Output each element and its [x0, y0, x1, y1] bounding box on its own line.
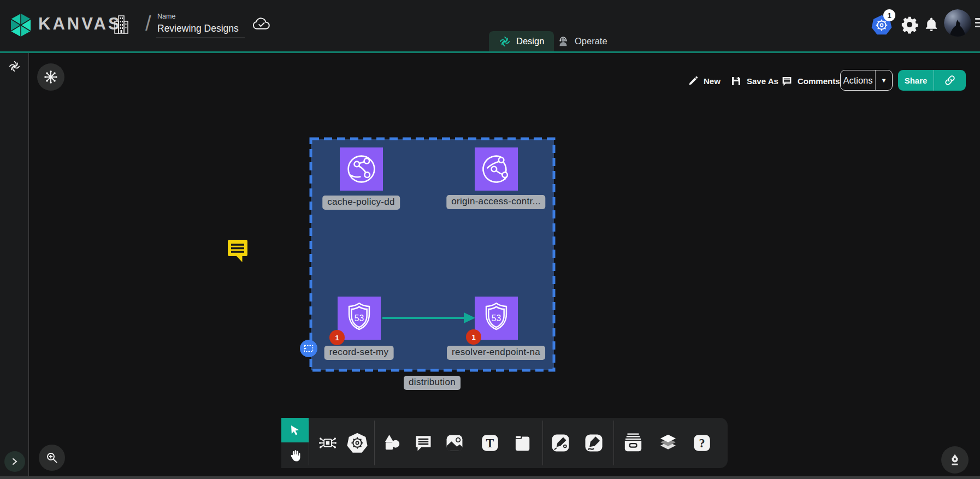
- comment-bubble-icon: [414, 433, 433, 453]
- actions-dropdown-button[interactable]: Actions ▼: [840, 70, 893, 91]
- dashed-rect-icon: [304, 345, 314, 352]
- kubernetes-wheel-icon: [345, 431, 369, 455]
- freehand-draw-tool-button[interactable]: [583, 432, 605, 454]
- tab-design-label: Design: [516, 36, 544, 46]
- user-avatar[interactable]: [944, 9, 971, 37]
- node-record-set[interactable]: 53: [338, 297, 381, 340]
- text-tool-icon: T: [480, 433, 500, 453]
- window-bottom-edge: [0, 476, 980, 479]
- shapes-tool-button[interactable]: [381, 432, 403, 454]
- node-badge-record-set[interactable]: 1: [329, 330, 345, 345]
- settings-gear-icon[interactable]: [900, 15, 919, 34]
- comments-bubble-icon: [781, 75, 793, 87]
- pen-nib-icon: [948, 453, 962, 467]
- help-icon: ?: [692, 433, 712, 453]
- cursor-arrow-icon: [288, 424, 302, 437]
- hand-icon: [288, 448, 302, 463]
- share-button[interactable]: Share: [898, 70, 966, 91]
- comment-tool-button[interactable]: [414, 433, 433, 453]
- left-sidebar: [0, 53, 29, 479]
- kubernetes-tool-button[interactable]: [345, 431, 369, 455]
- drawer-icon: [622, 431, 645, 454]
- toolbar-divider: [309, 421, 309, 465]
- help-button[interactable]: ?: [692, 433, 712, 453]
- kanvas-logo-icon[interactable]: [8, 12, 34, 38]
- group-label-distribution[interactable]: distribution: [404, 376, 461, 390]
- toolbar-divider: [542, 421, 543, 465]
- node-label-record-set[interactable]: record-set-my: [324, 346, 394, 360]
- text-tool-button[interactable]: T: [480, 433, 500, 453]
- tab-design[interactable]: Design: [489, 31, 554, 51]
- new-button[interactable]: New: [687, 73, 721, 89]
- select-tool-button[interactable]: [281, 418, 309, 442]
- svg-text:T: T: [486, 436, 494, 450]
- node-badge-resolver-endpoint[interactable]: 1: [466, 329, 481, 345]
- route53-shield-icon: 53: [475, 297, 518, 340]
- image-icon: [444, 432, 465, 454]
- canvas-comment-pin[interactable]: [225, 238, 250, 264]
- image-tool-button[interactable]: [444, 432, 465, 454]
- logo-wordmark: KANVAS: [38, 14, 122, 34]
- design-name-input[interactable]: [156, 22, 245, 38]
- design-spiral-icon: [499, 36, 511, 48]
- actions-caret-icon[interactable]: ▼: [876, 77, 892, 84]
- pen-path-icon: [550, 432, 571, 454]
- operator-headset-icon: [557, 36, 569, 48]
- node-origin-access-control[interactable]: [475, 147, 518, 191]
- sticky-note-icon: [511, 433, 532, 453]
- node-cache-policy[interactable]: [340, 147, 383, 191]
- snowflake-icon: [44, 70, 58, 84]
- save-floppy-icon: [730, 75, 742, 87]
- canvas-loader-button[interactable]: [37, 63, 64, 91]
- svg-text:53: 53: [492, 314, 501, 323]
- comments-label: Comments: [798, 76, 840, 86]
- drawer-tool-button[interactable]: [622, 431, 645, 454]
- design-name-label: Name: [157, 13, 175, 20]
- cloudfront-origin-access-icon: [475, 147, 518, 191]
- expand-sidebar-button[interactable]: [4, 451, 25, 472]
- cloud-saved-icon: [252, 15, 271, 32]
- magnifier-plus-icon: [45, 451, 59, 465]
- svg-text:53: 53: [355, 314, 364, 323]
- share-label: Share: [898, 76, 934, 85]
- pencil-scribble-icon: [583, 432, 605, 454]
- link-icon: [944, 74, 956, 86]
- pan-tool-button[interactable]: [281, 442, 309, 468]
- node-label-cache-policy[interactable]: cache-policy-dd: [322, 196, 400, 210]
- hamburger-menu-icon[interactable]: [975, 18, 980, 30]
- node-label-origin-access-control[interactable]: origin-access-contr...: [446, 195, 545, 209]
- pen-path-tool-button[interactable]: [550, 432, 571, 454]
- new-label: New: [704, 76, 721, 86]
- cloudfront-cache-policy-icon: [340, 147, 383, 191]
- node-resolver-endpoint[interactable]: 53: [475, 297, 518, 340]
- pen-mode-button[interactable]: [941, 446, 969, 474]
- breadcrumb-separator: /: [145, 12, 151, 36]
- svg-text:?: ?: [699, 436, 705, 450]
- layers-tool-button[interactable]: [657, 431, 680, 454]
- bottom-toolbar: T: [281, 418, 728, 468]
- new-pencil-icon: [687, 75, 699, 87]
- organization-icon[interactable]: [113, 14, 130, 35]
- chip-icon: [317, 433, 338, 453]
- component-tool-button[interactable]: [317, 433, 338, 453]
- chevron-right-icon: [10, 457, 19, 466]
- node-label-resolver-endpoint[interactable]: resolver-endpoint-na: [447, 346, 545, 360]
- comments-button[interactable]: Comments: [781, 73, 840, 89]
- group-drag-handle[interactable]: [300, 340, 317, 357]
- sticky-note-tool-button[interactable]: [511, 433, 532, 453]
- shapes-icon: [381, 432, 403, 454]
- header-accent-line: [0, 51, 980, 53]
- save-as-label: Save As: [747, 76, 778, 86]
- tab-operate-label: Operate: [575, 36, 607, 46]
- edge-record-to-resolver[interactable]: [381, 309, 477, 327]
- header: KANVAS / Name: [0, 0, 980, 51]
- save-as-button[interactable]: Save As: [730, 73, 778, 89]
- tab-operate[interactable]: Operate: [547, 31, 617, 51]
- copy-link-button[interactable]: [934, 74, 966, 86]
- notifications-bell-icon[interactable]: [923, 15, 940, 34]
- zoom-in-button[interactable]: [39, 445, 65, 471]
- route53-shield-icon: 53: [338, 297, 381, 340]
- meshery-spiral-icon[interactable]: [8, 60, 21, 73]
- toolbar-divider: [613, 421, 614, 465]
- kanvas-app: KANVAS / Name: [0, 0, 980, 479]
